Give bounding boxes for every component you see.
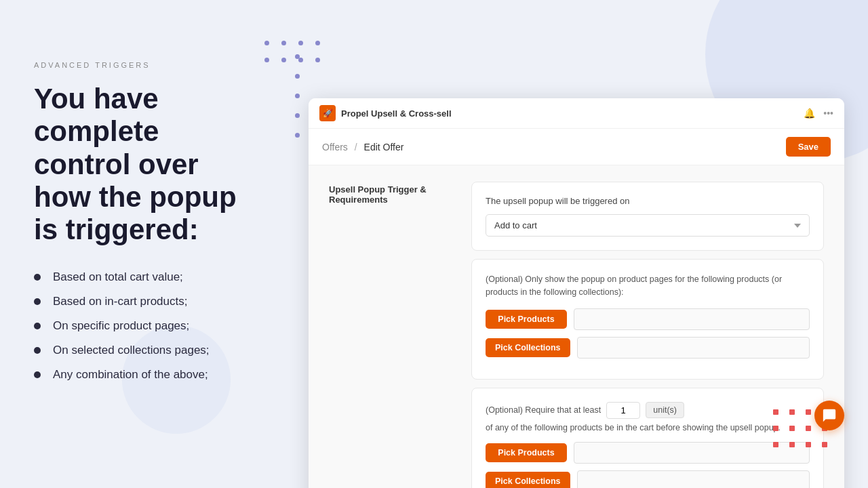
breadcrumb-current: Edit Offer [364, 142, 404, 152]
section-body: The upsell popup will be triggered on Ad… [471, 182, 824, 488]
pick-collections-input-2[interactable] [577, 470, 810, 489]
optional-group-2: (Optional) Require that at least unit(s)… [471, 388, 824, 489]
trigger-select[interactable]: Add to cart Page load Exit intent [486, 214, 810, 237]
chat-button[interactable] [814, 401, 844, 430]
optional-group-1: (Optional) Only show the popup on produc… [471, 259, 824, 380]
pick-products-button-2[interactable]: Pick Products [486, 443, 567, 462]
trigger-group: The upsell popup will be triggered on Ad… [471, 182, 824, 251]
content-area: Upsell Popup Trigger & Requirements The … [309, 165, 844, 488]
pick-products-button-1[interactable]: Pick Products [486, 310, 567, 329]
breadcrumb: Offers / Edit Offer [322, 142, 403, 152]
list-item: On selected collections pages; [34, 344, 258, 357]
title-bar: 🚀 Propel Upsell & Cross-sell 🔔 ••• [309, 98, 844, 129]
bullet-dot [34, 298, 41, 305]
left-panel: ADVANCED TRIGGERS You have complete cont… [0, 0, 292, 488]
at-least-input[interactable] [606, 402, 640, 419]
at-least-prefix: (Optional) Require that at least [486, 405, 601, 415]
chat-icon [822, 408, 837, 423]
section-label: Upsell Popup Trigger & Requirements [329, 182, 451, 488]
bell-icon[interactable]: 🔔 [804, 108, 815, 119]
breadcrumb-bar: Offers / Edit Offer Save [309, 129, 844, 165]
pick-collections-button-1[interactable]: Pick Collections [486, 338, 570, 357]
optional-text-1: (Optional) Only show the popup on produc… [486, 273, 810, 299]
list-item: Based on in-cart products; [34, 295, 258, 308]
title-bar-left: 🚀 Propel Upsell & Cross-sell [319, 105, 452, 121]
pick-collections-row-1: Pick Collections [486, 337, 810, 359]
advanced-triggers-label: ADVANCED TRIGGERS [34, 61, 258, 69]
bullet-dot [34, 323, 41, 329]
breadcrumb-parent[interactable]: Offers [322, 142, 348, 152]
dot-grid-top [264, 41, 320, 62]
app-title: Propel Upsell & Cross-sell [341, 108, 452, 119]
pick-collections-button-2[interactable]: Pick Collections [486, 472, 570, 489]
main-heading: You have complete control over how the p… [34, 83, 258, 246]
more-icon[interactable]: ••• [823, 108, 833, 119]
list-item: On specific product pages; [34, 319, 258, 333]
breadcrumb-separator: / [355, 142, 357, 152]
save-button[interactable]: Save [786, 137, 831, 157]
pick-collections-row-2: Pick Collections [486, 470, 810, 489]
title-bar-right: 🔔 ••• [804, 108, 833, 119]
pick-products-input-1[interactable] [574, 308, 810, 330]
pick-products-row-1: Pick Products [486, 308, 810, 330]
trigger-text: The upsell popup will be triggered on [486, 196, 810, 206]
dot-col-left [295, 54, 300, 138]
list-item: Any combination of the above; [34, 368, 258, 382]
pick-products-row-2: Pick Products [486, 442, 810, 464]
bullet-dot [34, 274, 41, 281]
list-item: Based on total cart value; [34, 270, 258, 284]
before-text: of any of the following products be in t… [486, 423, 810, 432]
pick-collections-input-1[interactable] [577, 337, 810, 359]
bullet-dot [34, 347, 41, 354]
bullet-list: Based on total cart value; Based on in-c… [34, 270, 258, 382]
bullet-dot [34, 371, 41, 378]
unit-badge: unit(s) [646, 402, 684, 418]
app-window: 🚀 Propel Upsell & Cross-sell 🔔 ••• Offer… [309, 98, 844, 488]
at-least-row: (Optional) Require that at least unit(s) [486, 402, 810, 419]
app-icon: 🚀 [319, 105, 336, 121]
